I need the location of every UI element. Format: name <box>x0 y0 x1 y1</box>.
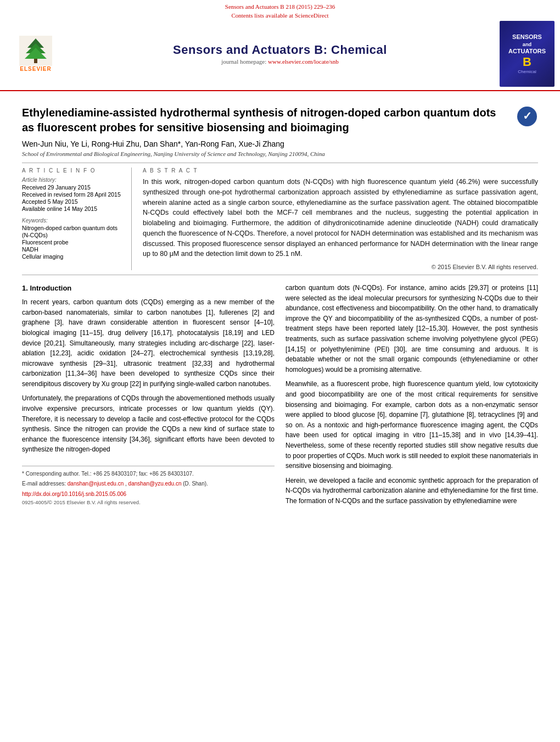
email1-link[interactable]: danshan@njust.edu.cn <box>68 481 124 487</box>
journal-info-top: Sensors and Actuators B 218 (2015) 229–2… <box>0 3 560 10</box>
article-title-section: Ethylenediamine-assisted hydrothermal sy… <box>22 105 538 135</box>
article-body: Ethylenediamine-assisted hydrothermal sy… <box>0 91 560 516</box>
main-col-left: 1. Introduction In recent years, carbon … <box>22 283 275 510</box>
article-title: Ethylenediamine-assisted hydrothermal sy… <box>22 105 511 135</box>
abstract-text: In this work, nitrogen-doped carbon quan… <box>143 177 538 259</box>
main-col-right: carbon quantum dots (N-CQDs). For instan… <box>285 283 538 510</box>
abstract-column: A B S T R A C T In this work, nitrogen-d… <box>143 168 538 270</box>
keywords-label: Keywords: <box>22 217 124 224</box>
keyword-1b: (N-CQDs) <box>22 232 124 238</box>
intro-col2-p2: Meanwhile, as a fluorescent probe, high … <box>285 379 538 471</box>
homepage-link[interactable]: www.elsevier.com/locate/snb <box>268 58 339 65</box>
elsevier-logo: ELSEVIER <box>5 36 66 72</box>
elsevier-text: ELSEVIER <box>20 66 51 72</box>
intro-p1: In recent years, carbon quantum dots (CQ… <box>22 297 275 389</box>
svg-text:✓: ✓ <box>523 110 532 122</box>
revised-date: Received in revised form 28 April 2015 <box>22 191 124 198</box>
sa-b: B <box>523 55 531 69</box>
article-info-abstract: A R T I C L E I N F O Article history: R… <box>22 168 538 270</box>
footnote-area: * Corresponding author. Tel.: +86 25 843… <box>22 466 275 506</box>
email2-link[interactable]: danshan@yzu.edu.cn <box>128 481 182 487</box>
sensors-actuators-logo: SENSORSandACTUATORS B Chemical <box>494 21 555 87</box>
available-date: Available online 14 May 2015 <box>22 205 124 212</box>
article-info-column: A R T I C L E I N F O Article history: R… <box>22 168 132 270</box>
keyword-1: Nitrogen-doped carbon quantum dots <box>22 225 124 231</box>
keyword-2: Fluorescent probe <box>22 239 124 246</box>
accepted-date: Accepted 5 May 2015 <box>22 198 124 205</box>
header: Sensors and Actuators B 218 (2015) 229–2… <box>0 0 560 91</box>
crossmark-icon: ✓ <box>516 105 538 127</box>
abstract-label: A B S T R A C T <box>143 168 538 174</box>
sciencedirect-link[interactable]: ScienceDirect <box>295 12 329 19</box>
history-block: Article history: Received 29 January 201… <box>22 177 124 212</box>
star-note: * Corresponding author. Tel.: +86 25 843… <box>22 470 275 478</box>
intro-col2-p3: Herein, we developed a facile and econom… <box>285 476 538 506</box>
authors: Wen-Jun Niu, Ye Li, Rong-Hui Zhu, Dan Sh… <box>22 140 538 148</box>
journal-homepage: journal homepage: www.elsevier.com/locat… <box>66 58 494 65</box>
contents-line: Contents lists available at ScienceDirec… <box>0 12 560 19</box>
keyword-4: Cellular imaging <box>22 253 124 260</box>
history-label: Article history: <box>22 177 124 183</box>
elsevier-tree-icon <box>19 36 52 66</box>
sa-chem: Chemical <box>518 69 536 74</box>
received-date: Received 29 January 2015 <box>22 184 124 191</box>
journal-title-block: Sensors and Actuators B: Chemical journa… <box>66 43 494 65</box>
article-info-label: A R T I C L E I N F O <box>22 168 124 174</box>
email-line: E-mail addresses: danshan@njust.edu.cn ,… <box>22 479 275 488</box>
doi-link[interactable]: http://dx.doi.org/10.1016/j.snb.2015.05.… <box>22 491 126 497</box>
journal-title: Sensors and Actuators B: Chemical <box>66 43 494 57</box>
keywords-block: Keywords: Nitrogen-doped carbon quantum … <box>22 217 124 260</box>
doi-line: http://dx.doi.org/10.1016/j.snb.2015.05.… <box>22 490 275 499</box>
issn-line: 0925-4005/© 2015 Elsevier B.V. All right… <box>22 499 275 507</box>
main-content: 1. Introduction In recent years, carbon … <box>22 283 538 510</box>
affiliation: School of Environmental and Biological E… <box>22 150 538 157</box>
sa-title: SENSORSandACTUATORS <box>508 34 546 55</box>
divider-1 <box>22 163 538 163</box>
keyword-3: NADH <box>22 246 124 253</box>
intro-col2-p1: carbon quantum dots (N-CQDs). For instan… <box>285 283 538 375</box>
copyright: © 2015 Elsevier B.V. All rights reserved… <box>143 264 538 270</box>
divider-2 <box>22 275 538 275</box>
intro-heading: 1. Introduction <box>22 283 275 294</box>
intro-p2: Unfortunately, the preparations of CQDs … <box>22 393 275 455</box>
